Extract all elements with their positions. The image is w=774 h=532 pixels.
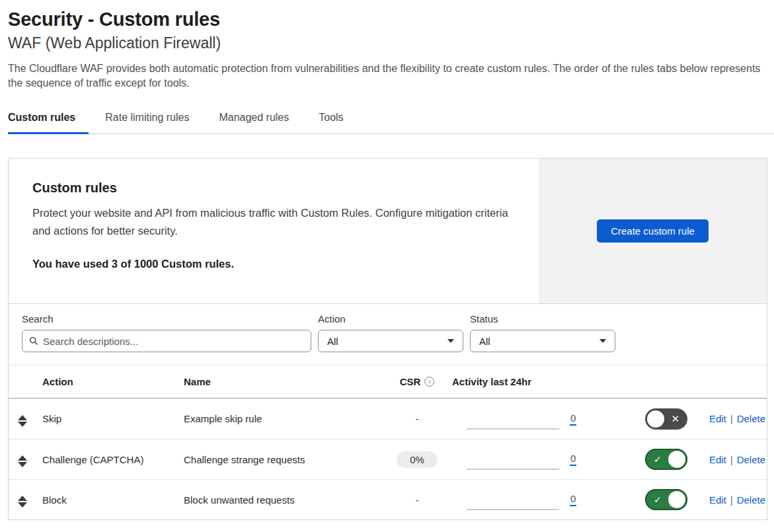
page-description: The Cloudflare WAF provides both automat…	[8, 61, 767, 91]
link-separator: |	[730, 454, 733, 465]
sparkline-baseline	[467, 428, 559, 430]
csr-value: -	[416, 494, 419, 506]
chevron-down-icon	[447, 339, 454, 343]
search-input[interactable]	[43, 336, 304, 347]
delete-rule-link[interactable]: Delete	[737, 454, 765, 465]
search-filter: Search	[22, 313, 311, 352]
toggle-state-icon	[654, 489, 662, 510]
table-row: Block Block unwanted requests - 0 Edit|D…	[9, 479, 767, 519]
rule-name: Challenge strange requests	[184, 454, 382, 465]
search-label: Search	[22, 313, 311, 324]
page: Security - Custom rules WAF (Web Applica…	[0, 0, 774, 532]
promo-heading: Custom rules	[32, 180, 515, 196]
status-select-value: All	[479, 336, 490, 347]
action-select[interactable]: All	[318, 330, 463, 352]
name-column-header: Name	[184, 376, 382, 387]
drag-handle-icon[interactable]	[18, 496, 27, 508]
rule-action: Block	[42, 494, 184, 506]
custom-rules-card: Custom rules Protect your website and AP…	[8, 158, 767, 520]
page-subtitle: WAF (Web Application Firewall)	[8, 34, 767, 52]
create-custom-rule-button[interactable]: Create custom rule	[597, 219, 709, 243]
activity-sparkline	[452, 439, 570, 479]
edit-rule-link[interactable]: Edit	[709, 454, 726, 465]
toggle-knob	[668, 451, 685, 468]
rule-name: Example skip rule	[184, 413, 382, 424]
rule-enabled-toggle[interactable]	[645, 408, 687, 430]
csr-value: -	[416, 413, 419, 424]
content: Security - Custom rules WAF (Web Applica…	[0, 0, 774, 520]
tab-managed-rules[interactable]: Managed rules	[219, 108, 302, 134]
csr-header-label: CSR	[400, 376, 421, 387]
table-row: Skip Example skip rule - 0 Edit|Delete	[9, 399, 767, 439]
tab-custom-rules[interactable]: Custom rules	[8, 108, 89, 134]
delete-rule-link[interactable]: Delete	[737, 413, 765, 424]
drag-handle-icon[interactable]	[18, 415, 27, 427]
action-column-header: Action	[42, 376, 184, 387]
sparkline-baseline	[467, 469, 559, 470]
page-title: Security - Custom rules	[8, 0, 767, 30]
toggle-state-icon	[654, 449, 662, 470]
rule-enabled-toggle[interactable]	[645, 449, 687, 470]
status-filter: Status All	[470, 313, 615, 352]
activity-count-link[interactable]: 0	[570, 453, 576, 466]
edit-rule-link[interactable]: Edit	[709, 494, 726, 506]
csr-value: 0%	[397, 451, 438, 468]
status-filter-label: Status	[470, 313, 615, 324]
edit-rule-link[interactable]: Edit	[709, 413, 726, 424]
activity-column-header: Activity last 24hr	[452, 376, 570, 387]
promo-description: Protect your website and API from malici…	[32, 204, 515, 240]
rule-action: Skip	[42, 413, 184, 424]
toggle-knob	[647, 410, 664, 428]
toggle-state-icon	[671, 408, 679, 430]
rule-action: Challenge (CAPTCHA)	[42, 454, 184, 465]
rule-name: Block unwanted requests	[184, 494, 382, 506]
activity-sparkline	[452, 480, 570, 519]
table-header: Action Name CSR Activity last 24hr	[9, 365, 767, 399]
sparkline-baseline	[467, 509, 559, 510]
delete-rule-link[interactable]: Delete	[737, 494, 765, 506]
toggle-knob	[668, 491, 685, 508]
rule-enabled-toggle[interactable]	[645, 489, 687, 510]
promo-text: Custom rules Protect your website and AP…	[9, 159, 539, 303]
tab-rate-limiting-rules[interactable]: Rate limiting rules	[105, 108, 202, 134]
link-separator: |	[730, 413, 733, 424]
custom-rules-promo: Custom rules Protect your website and AP…	[9, 159, 767, 304]
promo-action-panel: Create custom rule	[539, 159, 767, 303]
rules-tabs: Custom rules Rate limiting rules Managed…	[8, 108, 774, 134]
link-separator: |	[730, 494, 733, 506]
activity-count-link[interactable]: 0	[570, 412, 576, 426]
table-row: Challenge (CAPTCHA) Challenge strange re…	[9, 439, 767, 479]
search-box[interactable]	[22, 330, 311, 352]
action-filter-label: Action	[318, 313, 463, 324]
activity-sparkline	[452, 399, 570, 439]
activity-count-link[interactable]: 0	[570, 493, 576, 506]
rules-usage-count: You have used 3 of 1000 Custom rules.	[32, 258, 515, 270]
tab-tools[interactable]: Tools	[319, 108, 356, 134]
action-filter: Action All	[318, 313, 463, 352]
drag-handle-icon[interactable]	[18, 455, 27, 467]
filters-bar: Search Action All	[9, 304, 767, 365]
search-icon	[29, 336, 38, 346]
chevron-down-icon	[600, 339, 606, 343]
csr-column-header: CSR	[382, 376, 452, 387]
info-icon[interactable]	[424, 377, 434, 387]
action-select-value: All	[327, 336, 338, 347]
status-select[interactable]: All	[470, 330, 615, 352]
